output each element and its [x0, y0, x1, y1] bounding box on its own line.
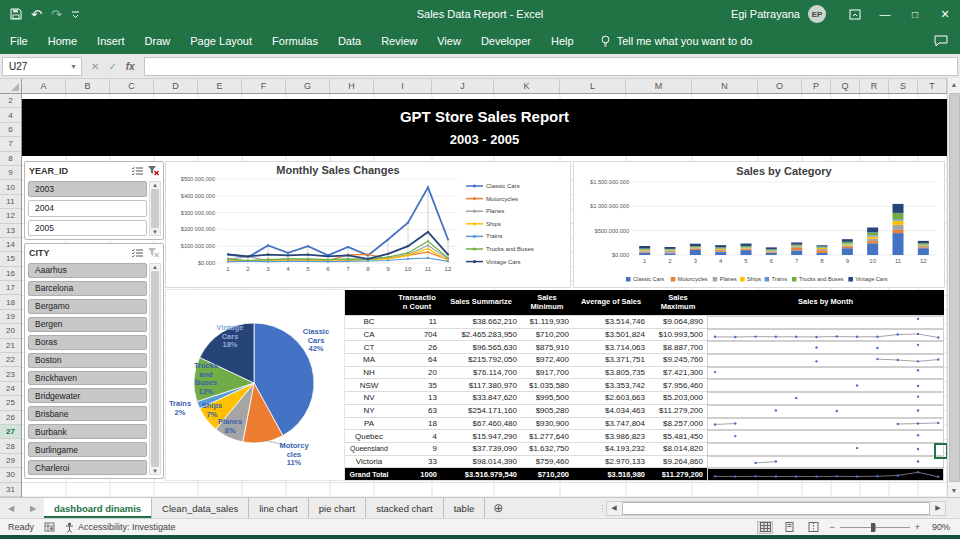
pivot-cell-nv-1[interactable]: 13: [393, 392, 441, 405]
sparkline-nv[interactable]: [707, 392, 944, 405]
city-slicer-scroll-down-icon[interactable]: ▼: [152, 468, 158, 474]
row-header-23[interactable]: 23: [0, 367, 21, 381]
save-icon[interactable]: [10, 8, 22, 20]
pivot-cell-nsw-4[interactable]: $3.353,742: [573, 379, 649, 392]
sheet-nav-left-icon[interactable]: ◀: [8, 504, 14, 513]
pivot-cell-nh-1[interactable]: 20: [393, 367, 441, 380]
pivot-cell-ca-1[interactable]: 704: [393, 329, 441, 342]
sparkline-quebec[interactable]: [707, 430, 944, 443]
pivot-cell-grand-total-3[interactable]: $710,200: [521, 468, 573, 481]
year-clear-filter-icon[interactable]: [148, 166, 159, 176]
sparkline-ma[interactable]: [707, 354, 944, 367]
city-slicer-item-barcelona[interactable]: Barcelona: [28, 281, 147, 296]
row-header-6[interactable]: 6: [0, 123, 21, 137]
pivot-cell-quebec-0[interactable]: Quebec: [345, 430, 393, 443]
column-header-H[interactable]: H: [330, 78, 374, 93]
pivot-cell-victoria-2[interactable]: $98.014,390: [441, 456, 521, 469]
pivot-cell-nh-5[interactable]: $7.421,300: [649, 367, 707, 380]
sparkline-ca[interactable]: [707, 329, 944, 342]
ribbon-display-options-button[interactable]: [840, 0, 870, 28]
pivot-cell-bc-3[interactable]: $1.119,930: [521, 316, 573, 329]
ribbon-tab-home[interactable]: Home: [38, 28, 87, 54]
sparkline-grand-total[interactable]: [707, 468, 944, 481]
pivot-cell-ct-5[interactable]: $8.887,700: [649, 341, 707, 354]
pivot-cell-ct-1[interactable]: 26: [393, 341, 441, 354]
city-slicer-item-charleroi[interactable]: Charleroi: [28, 460, 147, 475]
pivot-cell-nsw-1[interactable]: 35: [393, 379, 441, 392]
sheet-tab-dashboard-dinamis[interactable]: dashboard dinamis: [44, 498, 152, 518]
city-slicer-item-brisbane[interactable]: Brisbane: [28, 406, 147, 421]
ribbon-tab-developer[interactable]: Developer: [471, 28, 541, 54]
sparkline-ny[interactable]: [707, 405, 944, 418]
column-header-J[interactable]: J: [432, 78, 494, 93]
pivot-cell-victoria-1[interactable]: 33: [393, 456, 441, 469]
pivot-cell-ct-0[interactable]: CT: [345, 341, 393, 354]
ribbon-tab-review[interactable]: Review: [371, 28, 427, 54]
tell-me-box[interactable]: Tell me what you want to do: [600, 35, 753, 48]
row-header-12[interactable]: 12: [0, 209, 21, 223]
select-all-corner[interactable]: [0, 78, 22, 94]
pivot-header-average-of-sales[interactable]: Average of Sales: [573, 290, 649, 316]
pivot-cell-ny-3[interactable]: $905,280: [521, 405, 573, 418]
city-slicer-item-aaarhus[interactable]: Aaarhus: [28, 263, 147, 278]
ribbon-tab-data[interactable]: Data: [328, 28, 371, 54]
column-header-P[interactable]: P: [802, 78, 831, 93]
ribbon-tab-insert[interactable]: Insert: [87, 28, 135, 54]
cancel-entry-icon[interactable]: ✕: [91, 61, 99, 72]
scroll-left-icon[interactable]: ◀: [607, 504, 621, 512]
row-header-2[interactable]: 2: [0, 94, 21, 108]
pivot-cell-grand-total-5[interactable]: $11.279,200: [649, 468, 707, 481]
page-break-view-icon[interactable]: [805, 521, 821, 534]
pivot-cell-ma-0[interactable]: MA: [345, 354, 393, 367]
pivot-cell-victoria-0[interactable]: Victoria: [345, 456, 393, 469]
pivot-cell-ny-5[interactable]: $11.279,200: [649, 405, 707, 418]
pivot-cell-bc-5[interactable]: $9.064,890: [649, 316, 707, 329]
column-header-F[interactable]: F: [242, 78, 286, 93]
pivot-header-sales-by-month[interactable]: Sales by Month: [707, 290, 944, 316]
column-header-K[interactable]: K: [494, 78, 560, 93]
pivot-cell-ca-5[interactable]: $10.993,500: [649, 329, 707, 342]
city-slicer-item-boston[interactable]: Boston: [28, 353, 147, 368]
city-clear-filter-icon[interactable]: [148, 248, 159, 258]
pivot-cell-grand-total-4[interactable]: $3.516,980: [573, 468, 649, 481]
accessibility-status[interactable]: Accessibility: Investigate: [65, 522, 176, 533]
row-header-9[interactable]: 9: [0, 166, 21, 180]
sparkline-bc[interactable]: [707, 316, 944, 329]
year-slicer-scroll-up-icon[interactable]: ▲: [152, 182, 158, 188]
zoom-level[interactable]: 90%: [928, 522, 950, 532]
name-box[interactable]: U27 ▼: [2, 57, 82, 76]
year-slicer-scrollbar[interactable]: ▲▼: [149, 181, 161, 236]
pivot-cell-nv-2[interactable]: $33.847,620: [441, 392, 521, 405]
pivot-cell-queensland-4[interactable]: $4.193,232: [573, 443, 649, 456]
page-layout-view-icon[interactable]: [781, 521, 797, 534]
city-slicer-item-burlingame[interactable]: Burlingame: [28, 442, 147, 457]
city-slicer-item-bergen[interactable]: Bergen: [28, 317, 147, 332]
pivot-header-sales-minimum[interactable]: Sales Minimum: [521, 290, 573, 316]
new-sheet-button[interactable]: ⊕: [485, 498, 511, 518]
column-header-B[interactable]: B: [66, 78, 110, 93]
name-box-dropdown-icon[interactable]: ▼: [70, 63, 81, 70]
insert-function-icon[interactable]: fx: [126, 61, 135, 72]
pivot-cell-ma-3[interactable]: $972,400: [521, 354, 573, 367]
pivot-cell-pa-5[interactable]: $8.257,000: [649, 418, 707, 431]
pivot-cell-ct-2[interactable]: $96.565,630: [441, 341, 521, 354]
pivot-cell-nh-4[interactable]: $3.805,735: [573, 367, 649, 380]
pivot-cell-queensland-2[interactable]: $37.739,090: [441, 443, 521, 456]
stacked-bar-chart-sales-by-category[interactable]: Sales by Category$1.500.000,000$1.000.00…: [573, 161, 945, 288]
pivot-cell-nv-4[interactable]: $2.603,663: [573, 392, 649, 405]
row-header-11[interactable]: 11: [0, 195, 21, 209]
pivot-cell-quebec-2[interactable]: $15.947,290: [441, 430, 521, 443]
ribbon-tab-view[interactable]: View: [427, 28, 471, 54]
pivot-cell-nv-0[interactable]: NV: [345, 392, 393, 405]
horizontal-scroll-thumb[interactable]: [622, 502, 930, 515]
horizontal-scrollbar[interactable]: ◀ ▶: [606, 501, 946, 516]
ribbon-tab-help[interactable]: Help: [541, 28, 584, 54]
city-slicer-scroll-thumb[interactable]: [151, 271, 159, 467]
row-header-20[interactable]: 20: [0, 324, 21, 338]
pivot-cell-queensland-0[interactable]: Queensland: [345, 443, 393, 456]
row-header-31[interactable]: 31: [0, 483, 21, 497]
normal-view-icon[interactable]: [757, 521, 773, 534]
city-slicer-item-boras[interactable]: Boras: [28, 335, 147, 350]
city-slicer-scroll-up-icon[interactable]: ▲: [152, 264, 158, 270]
pivot-header-sales-summarize[interactable]: Sales Summarize: [441, 290, 521, 316]
